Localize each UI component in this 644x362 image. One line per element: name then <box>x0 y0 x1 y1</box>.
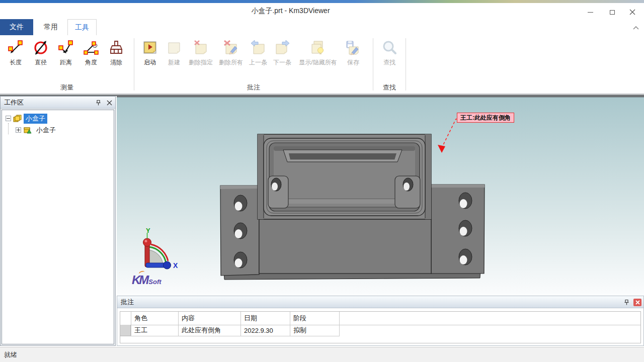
workspace-close-button[interactable] <box>105 99 113 107</box>
column-header-date[interactable]: 日期 <box>240 312 290 325</box>
next-annotation-button[interactable]: 下一条 <box>270 36 294 67</box>
diameter-button[interactable]: 直径 <box>28 36 53 67</box>
tab-home[interactable]: 常用 <box>36 19 65 35</box>
tree-node-part[interactable]: 小盒子 <box>2 125 114 135</box>
distance-measure-icon <box>57 38 75 57</box>
delete-all-label: 删除所有 <box>219 58 243 67</box>
save-floppy-pen-icon <box>344 38 362 57</box>
cell-content[interactable]: 此处应有倒角 <box>178 325 240 336</box>
annotation-panel-close-button[interactable] <box>633 299 641 306</box>
column-header-stage[interactable]: 阶段 <box>290 312 339 325</box>
delete-selected-label: 删除指定 <box>189 58 213 67</box>
show-hide-all-annotations-button[interactable]: 显示/隐藏所有 <box>294 36 342 67</box>
previous-label: 上一条 <box>249 58 267 67</box>
km-soft-logo: KMSoft <box>132 273 192 290</box>
pin-button[interactable] <box>94 99 102 107</box>
tree-node-label[interactable]: 小盒子 <box>24 114 47 124</box>
clear-broom-icon <box>107 38 125 57</box>
tree-node-root[interactable]: 小盒子 <box>2 113 114 124</box>
distance-button[interactable]: 距离 <box>53 36 78 67</box>
ribbon-group-measure: 长度 直径 <box>0 35 134 94</box>
close-icon <box>107 100 112 106</box>
tree-node-label[interactable]: 小盒子 <box>34 125 58 135</box>
find-button[interactable]: 查找 <box>376 36 403 67</box>
clear-label: 清除 <box>110 58 122 67</box>
workspace-tree: 小盒子 小盒子 <box>2 110 114 344</box>
status-bar: 就绪 <box>0 347 644 362</box>
length-button[interactable]: 长度 <box>3 36 28 67</box>
annotation-flag[interactable]: 王工:此处应有倒角 <box>457 113 514 123</box>
workspace-panel: 工作区 <box>0 96 116 346</box>
delete-note-icon <box>192 38 210 57</box>
assembly-icon <box>13 115 22 123</box>
save-annotations-button[interactable]: 保存 <box>342 36 365 67</box>
close-icon <box>629 9 635 15</box>
clear-button[interactable]: 清除 <box>104 36 129 67</box>
new-annotation-button[interactable]: 新建 <box>163 36 186 67</box>
delete-all-annotations-button[interactable]: 删除所有 <box>216 36 246 67</box>
annotation-table: 角色 内容 日期 阶段 王工 此处应有倒角 2022.9.30 拟制 <box>120 311 641 343</box>
title-bar: 小盒子.prt - Km3DViewer <box>0 3 644 19</box>
axis-y-label: Y <box>146 227 150 234</box>
tree-connector <box>8 123 9 134</box>
row-selector-cell[interactable] <box>120 325 131 336</box>
column-header-content[interactable]: 内容 <box>178 312 240 325</box>
start-annotation-button[interactable]: 启动 <box>137 36 163 67</box>
length-measure-icon <box>7 38 25 57</box>
model-canvas: Y X <box>117 96 644 296</box>
new-label: 新建 <box>168 58 180 67</box>
maximize-icon <box>610 10 615 15</box>
column-divider <box>339 312 340 336</box>
cell-date[interactable]: 2022.9.30 <box>240 325 290 336</box>
group-caption-find: 查找 <box>373 83 406 92</box>
show-hide-notes-bulb-icon <box>309 38 327 57</box>
ribbon-tab-strip: 文件 常用 工具 <box>0 19 644 35</box>
ribbon-group-find: 查找 查找 <box>373 35 406 94</box>
pin-button[interactable] <box>622 298 630 306</box>
ribbon-group-annotate: 启动 新建 <box>134 35 373 94</box>
annotation-panel-header: 批注 <box>117 296 643 308</box>
new-note-icon <box>165 38 183 57</box>
chevron-up-icon <box>633 26 639 30</box>
delete-selected-annotation-button[interactable]: 删除指定 <box>186 36 216 67</box>
axis-x-label: X <box>173 261 178 269</box>
distance-label: 距离 <box>60 58 72 67</box>
angle-button[interactable]: 角度 <box>78 36 104 67</box>
minimize-icon <box>588 12 593 13</box>
start-note-icon <box>141 38 159 57</box>
tab-file[interactable]: 文件 <box>0 19 33 35</box>
pin-icon <box>623 299 630 306</box>
collapse-expander-icon[interactable] <box>6 116 11 121</box>
length-label: 长度 <box>10 58 22 67</box>
group-separator <box>406 38 406 90</box>
group-caption-annotate: 批注 <box>134 83 373 92</box>
collapse-ribbon-button[interactable] <box>633 23 639 32</box>
right-wing-holes <box>459 193 472 265</box>
annotation-panel: 批注 角色 内容 日期 阶段 王工 <box>117 296 644 346</box>
delete-all-note-pen-icon <box>222 38 240 57</box>
angle-measure-icon <box>82 38 100 57</box>
maximize-button[interactable] <box>604 6 621 18</box>
left-wing-holes <box>234 195 247 268</box>
3d-viewport[interactable]: Y X 王工:此处应有倒角 KMSoft <box>117 96 644 296</box>
group-caption-measure: 测量 <box>0 83 134 92</box>
find-label: 查找 <box>383 58 395 67</box>
previous-annotation-button[interactable]: 上一条 <box>246 36 270 67</box>
row-divider <box>120 336 340 336</box>
find-magnifier-icon <box>380 38 398 57</box>
next-label: 下一条 <box>273 58 291 67</box>
tab-tools[interactable]: 工具 <box>67 19 97 35</box>
pin-icon <box>95 100 102 106</box>
close-button[interactable] <box>624 6 641 18</box>
cell-role[interactable]: 王工 <box>131 325 178 336</box>
minimize-button[interactable] <box>582 6 599 18</box>
previous-note-icon <box>249 38 267 57</box>
next-note-icon <box>273 38 291 57</box>
annotation-panel-title: 批注 <box>121 298 134 307</box>
start-label: 启动 <box>144 58 156 67</box>
cell-stage[interactable]: 拟制 <box>290 325 339 336</box>
diameter-label: 直径 <box>35 58 47 67</box>
app-window: 小盒子.prt - Km3DViewer 文件 常用 工具 <box>0 0 644 362</box>
expand-expander-icon[interactable] <box>16 127 21 133</box>
column-header-role[interactable]: 角色 <box>131 312 178 325</box>
